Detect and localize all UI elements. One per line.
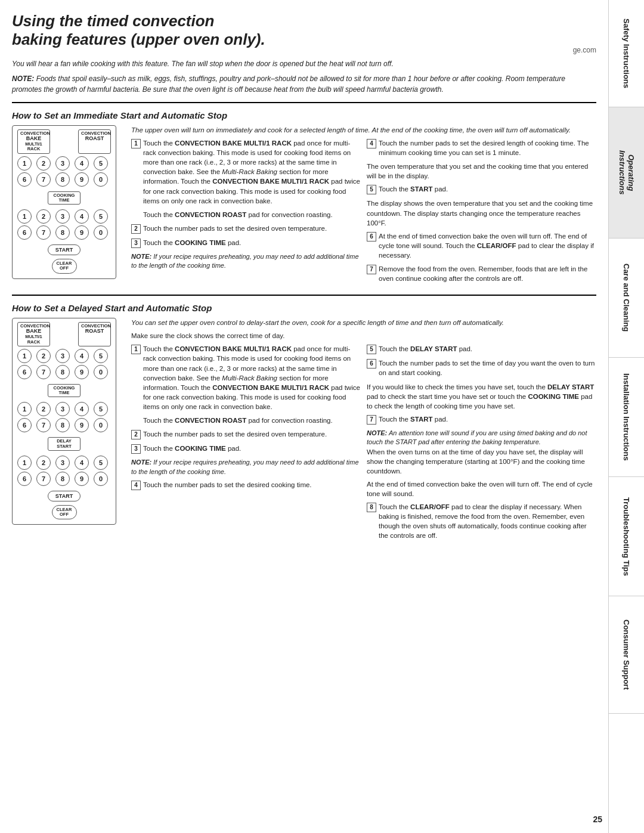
d-num2-1[interactable]: 1 bbox=[17, 402, 32, 416]
conv-bake-button-1[interactable]: CONVECTION BAKE MULTI/1 RACK bbox=[17, 129, 50, 154]
num-5[interactable]: 5 bbox=[94, 156, 108, 171]
steps-left-1: 1 Touch the CONVECTION BAKE MULTI/1 RACK… bbox=[131, 138, 361, 287]
conv-roast-button-2[interactable]: CONVECTION ROAST bbox=[78, 322, 111, 346]
conv-bake-button-2[interactable]: CONVECTION BAKE MULTI/1 RACK bbox=[17, 322, 50, 346]
step2-text-7: Touch the START pad. bbox=[379, 414, 448, 424]
d-num2-0[interactable]: 0 bbox=[94, 418, 108, 432]
step2-8: 8 Touch the CLEAR/OFF pad to clear the d… bbox=[367, 502, 596, 540]
d-num2-3[interactable]: 3 bbox=[55, 402, 70, 416]
step-text-1-3: Touch the COOKING TIME pad. bbox=[143, 238, 241, 247]
d-num3-6[interactable]: 6 bbox=[17, 472, 32, 486]
d-num2-4[interactable]: 4 bbox=[75, 402, 89, 416]
d-num-2[interactable]: 2 bbox=[36, 349, 51, 363]
d-num2-8[interactable]: 8 bbox=[55, 418, 70, 432]
d-num2-7[interactable]: 7 bbox=[36, 418, 51, 432]
step-text-1-2: Touch the number pads to set the desired… bbox=[143, 224, 327, 233]
step2-number-7: 7 bbox=[367, 415, 376, 425]
page-number: 25 bbox=[593, 815, 602, 824]
step1-3: 3 Touch the COOKING TIME pad. bbox=[131, 238, 361, 248]
d-num-6[interactable]: 6 bbox=[17, 365, 32, 379]
start-button-1[interactable]: START bbox=[48, 244, 80, 255]
steps-right-1: 4 Touch the number pads to set the desir… bbox=[367, 138, 596, 287]
num2-0[interactable]: 0 bbox=[94, 225, 108, 240]
d-num-1[interactable]: 1 bbox=[17, 349, 32, 363]
d-num-7[interactable]: 7 bbox=[36, 365, 51, 379]
num2-7[interactable]: 7 bbox=[36, 225, 51, 240]
step1-roast: Touch the CONVECTION ROAST pad for conve… bbox=[131, 210, 361, 219]
step-number-3: 3 bbox=[131, 239, 141, 248]
step2-roast: Touch the CONVECTION ROAST pad for conve… bbox=[131, 416, 361, 425]
sidebar-care-label: Care and Cleaning bbox=[622, 264, 631, 332]
d-num-5[interactable]: 5 bbox=[94, 349, 108, 363]
conv-roast-button-1[interactable]: CONVECTION ROAST bbox=[78, 129, 111, 154]
step2-6: 6 Touch the number pads to set the time … bbox=[367, 358, 596, 377]
intro-text: You will hear a fan while cooking with t… bbox=[12, 59, 596, 69]
num2-3[interactable]: 3 bbox=[55, 209, 70, 224]
d-num-3[interactable]: 3 bbox=[55, 349, 70, 363]
d-num3-0[interactable]: 0 bbox=[94, 472, 108, 486]
start-button-2[interactable]: START bbox=[48, 491, 80, 501]
num-4[interactable]: 4 bbox=[75, 156, 89, 171]
title-line1: Using the timed convection bbox=[12, 12, 215, 30]
cooking-time-label-2[interactable]: COOKING TIME bbox=[48, 384, 80, 398]
plain-1-2: The display shows the oven temperature t… bbox=[367, 199, 596, 227]
num-9[interactable]: 9 bbox=[75, 172, 89, 187]
d-num2-2[interactable]: 2 bbox=[36, 402, 51, 416]
num-0[interactable]: 0 bbox=[94, 172, 108, 187]
steps-right-2: 5 Touch the DELAY START pad. 6 Touch the… bbox=[367, 344, 596, 544]
section1-intro: The upper oven will turn on immediately … bbox=[131, 125, 596, 135]
d-num3-3[interactable]: 3 bbox=[55, 456, 70, 470]
step2-number-2: 2 bbox=[131, 430, 141, 439]
sidebar-installation: Installation Instructions bbox=[609, 358, 644, 477]
step2-1: 1 Touch the CONVECTION BAKE MULTI/1 RACK… bbox=[131, 344, 361, 411]
num-8[interactable]: 8 bbox=[55, 172, 70, 187]
d-num-0[interactable]: 0 bbox=[94, 365, 108, 379]
step2-number-4: 4 bbox=[131, 481, 141, 490]
num-3[interactable]: 3 bbox=[55, 156, 70, 171]
d-num3-4[interactable]: 4 bbox=[75, 456, 89, 470]
section2-intro: You can set the upper oven control to de… bbox=[131, 318, 596, 327]
section2-title: How to Set a Delayed Start and Automatic… bbox=[12, 303, 596, 313]
step-number-2: 2 bbox=[131, 224, 141, 234]
d-num3-5[interactable]: 5 bbox=[94, 456, 108, 470]
num-2[interactable]: 2 bbox=[36, 156, 51, 171]
section1-title: How to Set an Immediate Start and Automa… bbox=[12, 110, 596, 120]
num-1[interactable]: 1 bbox=[17, 156, 32, 171]
num2-2[interactable]: 2 bbox=[36, 209, 51, 224]
d-num3-2[interactable]: 2 bbox=[36, 456, 51, 470]
num2-9[interactable]: 9 bbox=[75, 225, 89, 240]
d-num3-9[interactable]: 9 bbox=[75, 472, 89, 486]
step2-text-2: Touch the number pads to set the desired… bbox=[143, 429, 327, 439]
main-content: Using the timed convection baking featur… bbox=[0, 0, 608, 833]
d-num2-9[interactable]: 9 bbox=[75, 418, 89, 432]
step2-5: 5 Touch the DELAY START pad. bbox=[367, 344, 596, 354]
d-num3-7[interactable]: 7 bbox=[36, 472, 51, 486]
step2-2: 2 Touch the number pads to set the desir… bbox=[131, 429, 361, 439]
note-section1: NOTE: If your recipe requires preheating… bbox=[131, 252, 361, 271]
steps-container-2: 1 Touch the CONVECTION BAKE MULTI/1 RACK… bbox=[131, 344, 596, 544]
d-num-9[interactable]: 9 bbox=[75, 365, 89, 379]
d-num2-5[interactable]: 5 bbox=[94, 402, 108, 416]
d-num-8[interactable]: 8 bbox=[55, 365, 70, 379]
num2-4[interactable]: 4 bbox=[75, 209, 89, 224]
d-num-4[interactable]: 4 bbox=[75, 349, 89, 363]
clear-off-button-1[interactable]: CLEAR OFF bbox=[52, 259, 77, 274]
sidebar-consumer-label: Consumer Support bbox=[622, 620, 631, 690]
d-num3-1[interactable]: 1 bbox=[17, 456, 32, 470]
section2-steps: You can set the upper oven control to de… bbox=[131, 318, 596, 544]
delay-start-button[interactable]: DELAY START bbox=[48, 437, 80, 451]
num-7[interactable]: 7 bbox=[36, 172, 51, 187]
num2-6[interactable]: 6 bbox=[17, 225, 32, 240]
step1-1: 1 Touch the CONVECTION BAKE MULTI/1 RACK… bbox=[131, 138, 361, 206]
num2-5[interactable]: 5 bbox=[94, 209, 108, 224]
num2-1[interactable]: 1 bbox=[17, 209, 32, 224]
clear-off-button-2[interactable]: CLEAR OFF bbox=[52, 505, 77, 520]
step-number-1: 1 bbox=[131, 139, 141, 148]
step2-7: 7 Touch the START pad. bbox=[367, 414, 596, 425]
cooking-time-label-1[interactable]: COOKING TIME bbox=[48, 191, 80, 205]
d-num3-8[interactable]: 8 bbox=[55, 472, 70, 486]
num-6[interactable]: 6 bbox=[17, 172, 32, 187]
d-num2-6[interactable]: 6 bbox=[17, 418, 32, 432]
numpad-bot-2: 1 2 3 4 5 6 7 8 9 0 bbox=[17, 402, 111, 432]
num2-8[interactable]: 8 bbox=[55, 225, 70, 240]
